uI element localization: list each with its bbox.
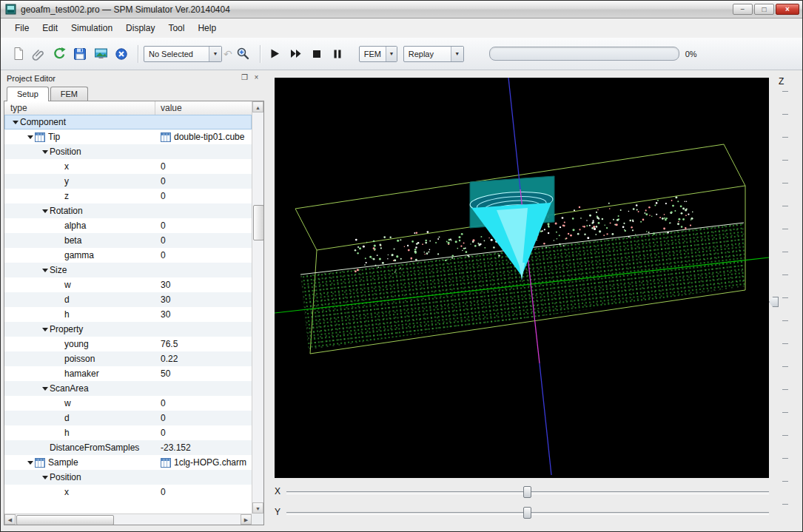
horizontal-scrollbar-thumb[interactable] <box>16 515 114 525</box>
table-row[interactable]: alpha0 <box>4 218 252 233</box>
expand-arrow-icon[interactable] <box>40 209 50 213</box>
save-button[interactable] <box>70 44 90 64</box>
column-header-type[interactable]: type <box>4 101 155 115</box>
panel-header[interactable]: Project Editor ❐ × <box>4 72 264 84</box>
table-row[interactable]: x0 <box>4 485 252 499</box>
row-value[interactable]: 76.5 <box>161 339 178 349</box>
table-row[interactable]: Position <box>4 144 252 159</box>
vertical-scrollbar[interactable]: ▲ ▼ <box>252 101 263 514</box>
table-row[interactable]: d0 <box>4 411 252 425</box>
float-panel-icon[interactable]: ❐ <box>240 73 249 83</box>
mode-combobox[interactable]: FEM ▼ <box>359 46 397 62</box>
tab-fem[interactable]: FEM <box>50 87 88 101</box>
vertical-scrollbar-thumb[interactable] <box>253 205 264 240</box>
menu-item-file[interactable]: File <box>8 21 36 36</box>
row-value[interactable]: 0 <box>161 250 166 260</box>
expand-arrow-icon[interactable] <box>25 135 35 139</box>
abort-button[interactable] <box>112 44 131 64</box>
table-row[interactable]: ScanArea <box>4 381 252 396</box>
table-row[interactable]: hamaker50 <box>4 366 252 381</box>
horizontal-scrollbar[interactable]: ◀ ▶ <box>4 514 252 525</box>
fast-forward-button[interactable] <box>286 44 306 64</box>
row-value[interactable]: 0 <box>161 191 166 201</box>
table-row[interactable]: Tipdouble-tip01.cube <box>4 129 252 144</box>
row-value[interactable]: 1clg-HOPG.charm <box>174 457 246 468</box>
table-row[interactable]: z0 <box>4 189 252 203</box>
stop-button[interactable] <box>307 44 326 64</box>
chevron-down-icon[interactable]: ▼ <box>451 47 463 61</box>
open-project-button[interactable] <box>29 44 48 64</box>
close-panel-icon[interactable]: × <box>252 73 261 83</box>
row-value[interactable]: 0 <box>161 428 166 438</box>
minimize-button[interactable]: − <box>733 4 753 15</box>
expand-arrow-icon[interactable] <box>10 121 20 124</box>
row-value[interactable]: -23.152 <box>161 442 191 453</box>
expand-arrow-icon[interactable] <box>25 461 35 465</box>
menu-item-help[interactable]: Help <box>191 21 223 36</box>
chevron-down-icon[interactable]: ▼ <box>386 47 397 61</box>
table-row[interactable]: young76.5 <box>4 337 252 351</box>
scroll-down-icon[interactable]: ▼ <box>252 502 263 514</box>
scroll-up-icon[interactable]: ▲ <box>252 101 263 112</box>
table-row[interactable]: gamma0 <box>4 248 252 263</box>
row-value[interactable]: 0 <box>161 487 166 497</box>
table-row[interactable]: d30 <box>4 292 252 307</box>
expand-arrow-icon[interactable] <box>40 387 50 391</box>
chevron-down-icon[interactable]: ▼ <box>209 47 221 61</box>
y-slider-track[interactable] <box>286 506 769 518</box>
play-button[interactable] <box>266 44 285 64</box>
menu-item-tool[interactable]: Tool <box>161 21 191 36</box>
table-row[interactable]: Rotation <box>4 203 252 218</box>
row-value[interactable]: 0 <box>161 220 166 231</box>
x-slider-track[interactable] <box>286 485 769 497</box>
table-row[interactable]: y0 <box>4 174 252 189</box>
z-slider-handle[interactable] <box>769 297 779 307</box>
table-row[interactable]: h0 <box>4 425 252 440</box>
scroll-left-icon[interactable]: ◀ <box>4 514 16 525</box>
table-row[interactable]: Property <box>4 322 252 337</box>
row-value[interactable]: 30 <box>161 294 170 305</box>
close-button[interactable]: × <box>776 4 799 15</box>
scroll-right-icon[interactable]: ▶ <box>241 514 252 525</box>
x-slider-handle[interactable] <box>523 486 531 498</box>
table-row[interactable]: beta0 <box>4 233 252 248</box>
replay-combobox[interactable]: Replay ▼ <box>403 46 464 62</box>
expand-arrow-icon[interactable] <box>40 476 50 479</box>
pause-button[interactable] <box>328 44 347 64</box>
menu-item-simulation[interactable]: Simulation <box>64 21 119 36</box>
expand-arrow-icon[interactable] <box>40 269 50 272</box>
table-row[interactable]: Size <box>4 263 252 277</box>
reload-button[interactable] <box>50 44 69 64</box>
row-value[interactable]: 0 <box>161 398 166 408</box>
viewport-3d[interactable] <box>275 78 769 478</box>
table-row[interactable]: w30 <box>4 277 252 292</box>
new-document-button[interactable] <box>8 44 27 64</box>
row-value[interactable]: 30 <box>161 309 170 320</box>
row-value[interactable]: 0 <box>161 235 166 246</box>
row-value[interactable]: double-tip01.cube <box>174 132 244 142</box>
y-slider-handle[interactable] <box>523 507 531 519</box>
row-value[interactable]: 0 <box>161 176 166 186</box>
table-row[interactable]: poisson0.22 <box>4 351 252 366</box>
title-bar[interactable]: geoafm_test002.pro — SPM Simulator Ver.2… <box>1 1 802 18</box>
table-row[interactable]: Sample1clg-HOPG.charm <box>4 455 252 470</box>
menu-item-edit[interactable]: Edit <box>36 21 64 36</box>
row-value[interactable]: 50 <box>161 368 170 379</box>
table-row[interactable]: h30 <box>4 307 252 322</box>
table-row[interactable]: w0 <box>4 396 252 411</box>
row-value[interactable]: 0.22 <box>161 354 178 364</box>
column-header-value[interactable]: value <box>155 101 252 115</box>
table-row[interactable]: Component <box>4 115 252 129</box>
row-value[interactable]: 0 <box>161 413 166 423</box>
row-value[interactable]: 30 <box>161 280 170 290</box>
tab-setup[interactable]: Setup <box>7 87 49 101</box>
row-value[interactable]: 0 <box>161 161 166 172</box>
zoom-button[interactable] <box>234 44 253 64</box>
selection-combobox[interactable]: No Selected ▼ <box>144 46 222 62</box>
table-row[interactable]: x0 <box>4 159 252 174</box>
table-row[interactable]: DistanceFromSamples-23.152 <box>4 440 252 455</box>
menu-item-display[interactable]: Display <box>119 21 161 36</box>
back-icon[interactable]: ↶ <box>224 48 232 60</box>
expand-arrow-icon[interactable] <box>40 328 50 331</box>
capture-display-button[interactable] <box>91 44 110 64</box>
